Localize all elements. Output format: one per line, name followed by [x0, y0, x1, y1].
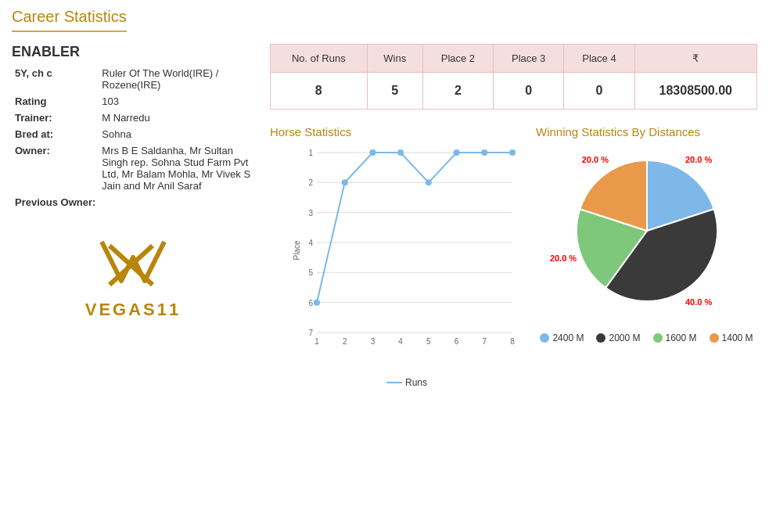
svg-point-27 [369, 149, 376, 156]
svg-text:7: 7 [483, 337, 487, 346]
stats-header: No. of Runs [271, 45, 368, 73]
logo-text: VEGAS11 [85, 300, 181, 320]
logo-area: VEGAS11 [12, 234, 254, 320]
legend-item: 1600 M [653, 332, 697, 343]
stats-value: 0 [564, 73, 634, 110]
rating-value: 103 [99, 93, 254, 110]
svg-text:20.0 %: 20.0 % [685, 155, 712, 164]
trainer-row: Trainer: M Narredu [12, 110, 254, 126]
winning-stats-title: Winning Statistics By Distances [536, 125, 757, 138]
stats-value: 18308500.00 [634, 73, 756, 110]
stats-value: 2 [422, 73, 493, 110]
rating-row: Rating 103 [12, 93, 254, 110]
bred-at-label: Bred at: [12, 126, 99, 142]
rating-label: Rating [12, 93, 99, 110]
svg-text:4: 4 [308, 239, 313, 247]
line-chart: 1234567Place12345678 [293, 145, 520, 372]
svg-point-30 [454, 149, 460, 156]
svg-text:8: 8 [510, 337, 515, 346]
stats-header: Place 4 [564, 45, 634, 73]
winning-stats-section: Winning Statistics By Distances 20.0 %40… [536, 125, 757, 412]
svg-text:2: 2 [308, 178, 313, 187]
bred-at-value: Sohna [99, 126, 254, 142]
stats-table: No. of RunsWinsPlace 2Place 3Place 4₹ 85… [270, 44, 757, 110]
legend-item: 2400 M [540, 332, 584, 343]
prev-owner-value [99, 194, 254, 210]
pie-chart: 20.0 %40.0 %20.0 %20.0 % [549, 145, 745, 325]
horse-name: ENABLER [12, 44, 254, 60]
stats-value: 0 [494, 73, 564, 110]
svg-text:6: 6 [308, 299, 313, 307]
stats-value: 5 [367, 73, 422, 110]
svg-text:Place: Place [293, 240, 301, 260]
svg-point-28 [397, 149, 404, 156]
svg-text:3: 3 [308, 209, 313, 217]
svg-point-32 [509, 149, 516, 156]
svg-text:3: 3 [371, 337, 376, 346]
svg-point-31 [481, 149, 487, 156]
horse-sire-dam: Ruler Of The World(IRE) / Rozene(IRE) [99, 65, 254, 93]
svg-text:1: 1 [308, 149, 313, 157]
svg-point-29 [426, 179, 432, 185]
vegas11-logo-icon [94, 234, 172, 297]
owner-value: Mrs B E Saldanha, Mr Sultan Singh rep. S… [99, 142, 254, 194]
svg-text:2: 2 [343, 337, 347, 346]
horse-age-row: 5Y, ch c Ruler Of The World(IRE) / Rozen… [12, 65, 254, 93]
horse-stats-title: Horse Statistics [270, 125, 520, 138]
svg-text:6: 6 [455, 337, 459, 346]
svg-point-25 [314, 300, 320, 306]
svg-text:5: 5 [308, 268, 313, 277]
owner-row: Owner: Mrs B E Saldanha, Mr Sultan Singh… [12, 142, 254, 194]
horse-age-label: 5Y, ch c [12, 65, 99, 93]
svg-text:7: 7 [308, 329, 313, 337]
bred-at-row: Bred at: Sohna [12, 126, 254, 142]
stats-value: 8 [271, 73, 368, 110]
svg-text:40.0 %: 40.0 % [685, 297, 712, 307]
svg-text:4: 4 [398, 337, 403, 346]
page-title: Career Statistics [12, 8, 127, 32]
svg-text:1: 1 [314, 337, 319, 346]
horse-stats-section: Horse Statistics 1234567Place12345678 Ru… [270, 125, 520, 412]
svg-text:20.0 %: 20.0 % [549, 253, 576, 263]
svg-text:20.0 %: 20.0 % [581, 155, 608, 164]
prev-owner-row: Previous Owner: [12, 194, 254, 210]
runs-label: Runs [405, 377, 427, 388]
stats-header: Wins [367, 45, 422, 73]
legend-item: 1400 M [710, 332, 753, 343]
legend-item: 2000 M [596, 332, 640, 343]
svg-text:5: 5 [426, 337, 431, 346]
prev-owner-label: Previous Owner: [12, 194, 99, 210]
trainer-value: M Narredu [99, 110, 254, 126]
stats-header: ₹ [634, 45, 756, 73]
trainer-label: Trainer: [12, 110, 99, 126]
stats-header: Place 3 [494, 45, 564, 73]
stats-header: Place 2 [422, 45, 493, 73]
svg-point-26 [342, 179, 348, 185]
owner-label: Owner: [12, 142, 99, 194]
